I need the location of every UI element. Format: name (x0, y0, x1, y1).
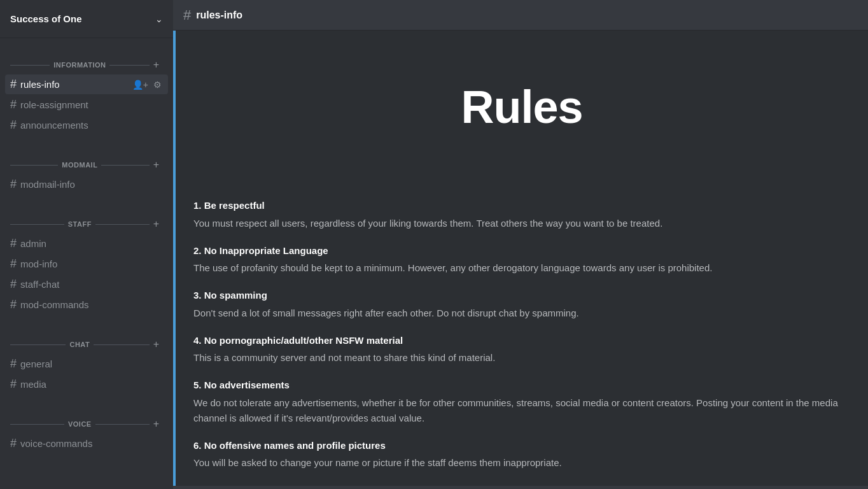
server-name: Success of One (10, 13, 82, 24)
channel-item-staff-chat[interactable]: # staff-chat (5, 274, 168, 294)
channel-name-mod-commands: mod-commands (20, 299, 163, 310)
channel-header: # rules-info (173, 0, 868, 31)
hash-icon: # (10, 98, 17, 111)
section-label-information: INFORMATION (50, 61, 109, 69)
rule-item-2: 2. No Inappropriate Language The use of … (193, 244, 850, 276)
rule-item-1: 1. Be respectful You must respect all us… (193, 199, 850, 231)
hash-icon: # (10, 437, 17, 450)
channel-actions: 👤+ ⚙ (131, 78, 163, 91)
hash-icon: # (10, 178, 17, 191)
channel-item-voice-commands[interactable]: # voice-commands (5, 434, 168, 453)
rule-body-2: The use of profanity should be kept to a… (193, 260, 850, 276)
hash-icon: # (10, 78, 17, 91)
hash-icon: # (10, 237, 17, 250)
section-label-staff: STAFF (64, 220, 95, 228)
header-hash-icon: # (183, 7, 191, 24)
channel-name-voice-commands: voice-commands (20, 438, 163, 449)
divider-left (10, 424, 64, 425)
divider-right (94, 344, 149, 345)
section-label-voice: VOICE (64, 420, 95, 428)
chevron-down-icon: ⌄ (155, 14, 163, 24)
rule-title-6: 6. No offensive names and profile pictur… (193, 439, 850, 453)
channel-name-media: media (20, 379, 163, 390)
section-staff: STAFF + # admin # mod-info # staff-chat … (0, 197, 173, 318)
rule-body-6: You will be asked to change your name or… (193, 455, 850, 471)
section-voice: VOICE + # voice-commands (0, 397, 173, 457)
channel-item-admin[interactable]: # admin (5, 234, 168, 253)
channel-item-mod-commands[interactable]: # mod-commands (5, 295, 168, 315)
channel-item-mod-info[interactable]: # mod-info (5, 254, 168, 274)
section-header-voice: VOICE + (5, 408, 168, 433)
channel-name-announcements: announcements (20, 120, 163, 131)
channel-item-role-assignment[interactable]: # role-assignment (5, 95, 168, 115)
divider-left (10, 65, 50, 66)
channel-name-modmail-info: modmail-info (20, 179, 163, 190)
rule-title-3: 3. No spamming (193, 288, 850, 303)
settings-icon[interactable]: ⚙ (152, 78, 163, 91)
section-information: INFORMATION + # rules-info 👤+ ⚙ # role-a… (0, 38, 173, 138)
divider-left (10, 344, 66, 345)
header-channel-name: rules-info (196, 10, 242, 21)
rule-body-5: We do not tolerate any advertisements, w… (193, 395, 850, 426)
section-label-modmail: MODMAIL (58, 161, 101, 169)
hash-icon: # (10, 257, 17, 271)
section-header-chat: CHAT + (5, 328, 168, 353)
server-header[interactable]: Success of One ⌄ (0, 0, 173, 38)
channel-name-staff-chat: staff-chat (20, 279, 163, 290)
channel-item-media[interactable]: # media (5, 374, 168, 394)
rule-title-1: 1. Be respectful (193, 199, 850, 213)
divider-right (95, 424, 150, 425)
add-channel-staff-button[interactable]: + (150, 218, 163, 230)
section-chat: CHAT + # general # media (0, 318, 173, 397)
rule-item-4: 4. No pornographic/adult/other NSFW mate… (193, 334, 850, 366)
channel-name-mod-info: mod-info (20, 259, 163, 269)
section-label-chat: CHAT (66, 341, 94, 348)
rule-item-3: 3. No spamming Don't send a lot of small… (193, 288, 850, 321)
divider-right (95, 224, 150, 225)
add-channel-chat-button[interactable]: + (150, 338, 163, 351)
rule-item-5: 5. No advertisements We do not tolerate … (193, 378, 850, 426)
rule-title-5: 5. No advertisements (193, 378, 850, 393)
add-member-icon[interactable]: 👤+ (131, 78, 150, 91)
section-header-information: INFORMATION + (5, 48, 168, 74)
channel-item-rules-info[interactable]: # rules-info 👤+ ⚙ (5, 74, 168, 94)
add-channel-information-button[interactable]: + (150, 59, 163, 71)
channel-name-admin: admin (20, 238, 163, 249)
divider-left (10, 165, 58, 166)
add-channel-voice-button[interactable]: + (150, 418, 163, 430)
section-header-modmail: MODMAIL + (5, 148, 168, 174)
main-content: # rules-info Rules 1. Be respectful You … (173, 0, 868, 489)
hash-icon: # (10, 118, 17, 132)
rule-item-6: 6. No offensive names and profile pictur… (193, 439, 850, 471)
channel-name-rules-info: rules-info (20, 79, 131, 90)
rules-banner-title: Rules (461, 81, 582, 133)
rule-title-4: 4. No pornographic/adult/other NSFW mate… (193, 334, 850, 348)
hash-icon: # (10, 378, 17, 391)
hash-icon: # (10, 357, 17, 371)
rules-content: 1. Be respectful You must respect all us… (173, 183, 868, 486)
hash-icon: # (10, 298, 17, 311)
divider-left (10, 224, 64, 225)
rule-body-4: This is a community server and not meant… (193, 350, 850, 365)
messages-area[interactable]: Rules 1. Be respectful You must respect … (173, 31, 868, 489)
add-channel-modmail-button[interactable]: + (150, 159, 163, 171)
rule-body-3: Don't send a lot of small messages right… (193, 306, 850, 321)
channel-name-general: general (20, 358, 163, 369)
rule-body-1: You must respect all users, regardless o… (193, 216, 850, 231)
hash-icon: # (10, 278, 17, 291)
rules-banner: Rules (173, 31, 868, 183)
channel-item-announcements[interactable]: # announcements (5, 115, 168, 135)
divider-right (109, 65, 149, 66)
section-header-staff: STAFF + (5, 208, 168, 233)
channel-name-role-assignment: role-assignment (20, 99, 163, 110)
section-modmail: MODMAIL + # modmail-info (0, 138, 173, 197)
rule-title-2: 2. No Inappropriate Language (193, 244, 850, 259)
divider-right (101, 165, 149, 166)
channel-item-modmail-info[interactable]: # modmail-info (5, 174, 168, 194)
sidebar: Success of One ⌄ INFORMATION + # rules-i… (0, 0, 173, 489)
channel-item-general[interactable]: # general (5, 354, 168, 374)
